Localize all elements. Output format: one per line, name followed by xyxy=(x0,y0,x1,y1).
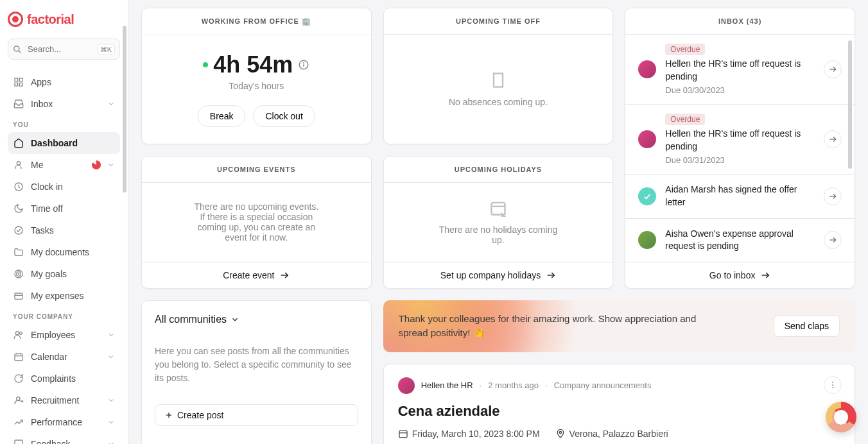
folder-icon xyxy=(13,246,24,258)
inbox-item-due: Due 03/31/2023 xyxy=(665,155,815,165)
time-off-card: UPCOMING TIME OFF No absences coming up. xyxy=(383,8,614,144)
inbox-item-title: Hellen the HR's time off request is pend… xyxy=(665,128,815,153)
nav-apps[interactable]: Apps xyxy=(8,71,120,93)
create-post-button[interactable]: Create post xyxy=(155,404,358,426)
svg-point-6 xyxy=(17,162,20,165)
card-header: WORKING FROM OFFICE 🏢 xyxy=(142,8,371,35)
nav-label: Performance xyxy=(31,417,82,427)
chat-icon xyxy=(13,373,24,384)
inbox-item[interactable]: Aisha Owen's expense approval request is… xyxy=(625,219,855,262)
overdue-badge: Overdue xyxy=(665,114,705,125)
setup-holidays-button[interactable]: Set up company holidays xyxy=(384,262,613,288)
brand-logo: factorial xyxy=(8,12,120,27)
svg-point-11 xyxy=(18,273,19,274)
arrow-right-icon[interactable] xyxy=(824,231,842,249)
status-dot-icon xyxy=(203,62,208,67)
employees-icon xyxy=(13,329,24,341)
nav-label: My expenses xyxy=(31,291,83,301)
search-icon xyxy=(13,45,22,54)
nav-label: Clock in xyxy=(31,182,63,192)
home-icon xyxy=(13,137,24,149)
nav-recruitment[interactable]: Recruitment xyxy=(8,389,120,411)
inbox-item[interactable]: Aidan Marsh has signed the offer letter xyxy=(625,175,855,218)
nav-feedback[interactable]: Feedback xyxy=(8,433,120,444)
author-avatar xyxy=(398,377,415,394)
recruitment-icon xyxy=(13,395,24,406)
brand-name: factorial xyxy=(27,12,74,27)
sidebar-scrollbar[interactable] xyxy=(123,26,126,192)
post-category[interactable]: Company announcements xyxy=(554,380,652,390)
overdue-badge: Overdue xyxy=(665,44,705,55)
nav-my-expenses[interactable]: My expenses xyxy=(8,285,120,307)
footer-label: Create event xyxy=(223,270,274,280)
nav-clock-in[interactable]: Clock in xyxy=(8,176,120,198)
post-time: 2 months ago xyxy=(488,380,539,390)
communities-dropdown[interactable]: All communities xyxy=(155,314,358,325)
inbox-item-title: Hellen the HR's time off request is pend… xyxy=(665,58,815,83)
svg-rect-49 xyxy=(399,431,407,438)
chevron-down-icon xyxy=(107,161,115,169)
nav-tasks[interactable]: Tasks xyxy=(8,219,120,241)
svg-rect-4 xyxy=(15,83,18,86)
clock-out-button[interactable]: Clock out xyxy=(253,105,315,127)
nav-label: Employees xyxy=(31,330,75,340)
nav-time-off[interactable]: Time off xyxy=(8,198,120,219)
inbox-scrollbar[interactable] xyxy=(848,40,852,169)
worked-time: 4h 54m xyxy=(203,51,309,78)
progress-indicator-icon xyxy=(92,160,101,169)
nav-label: Complaints xyxy=(31,373,76,384)
nav-calendar[interactable]: Calendar xyxy=(8,346,120,368)
nav-performance[interactable]: Performance xyxy=(8,411,120,433)
building-icon xyxy=(489,71,507,89)
arrow-right-icon[interactable] xyxy=(824,60,842,78)
chevron-down-icon xyxy=(107,100,115,108)
moon-icon xyxy=(13,203,24,214)
svg-point-47 xyxy=(832,384,833,386)
svg-point-8 xyxy=(15,226,22,234)
chevron-down-icon xyxy=(107,418,115,426)
nav-label: Feedback xyxy=(31,439,70,444)
svg-point-25 xyxy=(304,63,304,64)
target-icon xyxy=(13,268,24,280)
holidays-card: UPCOMING HOLIDAYS There are no holidays … xyxy=(383,156,614,289)
search-kbd: ⌘K xyxy=(97,44,115,55)
svg-point-20 xyxy=(17,397,20,400)
svg-rect-16 xyxy=(15,354,22,361)
go-to-inbox-button[interactable]: Go to inbox xyxy=(625,262,855,288)
apps-icon xyxy=(13,76,24,88)
claps-banner: Thank your colleagues for their amazing … xyxy=(383,300,855,352)
send-claps-button[interactable]: Send claps xyxy=(774,315,840,337)
nav-inbox[interactable]: Inbox xyxy=(8,93,120,115)
events-card: UPCOMING EVENTS There are no upcoming ev… xyxy=(141,156,372,289)
avatar xyxy=(638,231,656,249)
svg-rect-2 xyxy=(15,78,18,81)
nav-me[interactable]: Me xyxy=(8,154,120,176)
info-icon[interactable] xyxy=(298,59,309,71)
nav-dashboard[interactable]: Dashboard xyxy=(8,132,120,154)
communities-description: Here you can see posts from all the comm… xyxy=(155,345,358,385)
calendar-icon xyxy=(13,351,24,363)
create-event-button[interactable]: Create event xyxy=(142,262,371,288)
nav-employees[interactable]: Employees xyxy=(8,324,120,346)
avatar xyxy=(638,60,656,78)
search-container: ⌘K xyxy=(8,38,120,60)
time-value: 4h 54m xyxy=(213,51,293,78)
inbox-item[interactable]: Overdue Hellen the HR's time off request… xyxy=(625,35,855,105)
post-menu-button[interactable] xyxy=(824,376,842,394)
nav-my-documents[interactable]: My documents xyxy=(8,241,120,263)
nav-label: Recruitment xyxy=(31,395,79,406)
arrow-right-icon[interactable] xyxy=(824,130,842,148)
arrow-right-icon[interactable] xyxy=(824,187,842,205)
nav-label: My goals xyxy=(31,269,67,279)
expenses-icon xyxy=(13,290,24,302)
check-avatar-icon xyxy=(638,187,656,205)
post-author[interactable]: Hellen the HR xyxy=(421,380,473,390)
post-date: Friday, March 10, 2023 8:00 PM xyxy=(398,429,540,439)
inbox-item[interactable]: Overdue Hellen the HR's time off request… xyxy=(625,105,855,175)
nav-complaints[interactable]: Complaints xyxy=(8,368,120,389)
break-button[interactable]: Break xyxy=(198,105,246,127)
nav-label: Dashboard xyxy=(31,138,78,148)
help-fab-button[interactable] xyxy=(826,402,856,432)
post-header: Hellen the HR · 2 months ago · Company a… xyxy=(398,377,840,394)
nav-my-goals[interactable]: My goals xyxy=(8,263,120,285)
